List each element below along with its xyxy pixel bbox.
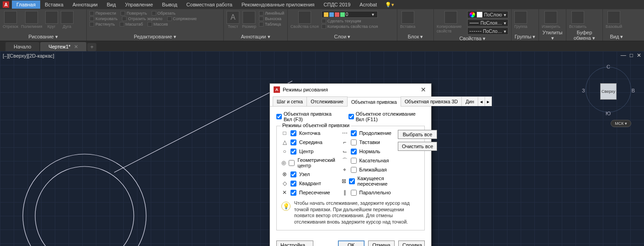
add-tab-button[interactable]: + (87, 43, 96, 51)
tool-Перенести[interactable]: Перенести (90, 11, 116, 16)
svg-line-2 (114, 81, 292, 172)
options-button[interactable]: Настройка... (276, 241, 313, 246)
dialog-tab-4[interactable]: Дин (461, 96, 478, 106)
osnap-glyph-icon: □ (281, 130, 288, 136)
osnap-Пересечение[interactable]: ✕Пересечение (281, 189, 337, 196)
panel-groups-label[interactable]: Группы (514, 33, 536, 41)
menu-вставка[interactable]: Вставка (40, 0, 68, 9)
layer-properties[interactable]: Свойства слоя (290, 11, 319, 29)
osnap-Касательная[interactable]: ⌒Касательная (342, 157, 391, 164)
dialog-tab-2[interactable]: Объектная привязка (347, 97, 401, 107)
menu-acrobat[interactable]: Acrobat (355, 0, 381, 9)
menu-рекомендованные приложения[interactable]: Рекомендованные приложения (237, 0, 319, 9)
osnap-glyph-icon: ◇ (281, 180, 288, 187)
panel-annot-label[interactable]: Аннотации (227, 33, 285, 41)
viewport-window-controls[interactable]: —□✕ (621, 52, 641, 59)
otrack-on-checkbox[interactable]: Объектное отслеживание Вкл (F11) (348, 111, 425, 122)
tool-Полилиния[interactable]: Полилиния (21, 11, 42, 29)
viewcube-south[interactable]: Ю (606, 111, 611, 116)
tab-drawing[interactable]: Чертеж1*✕ (40, 42, 86, 51)
dimension-tool[interactable]: Размер (242, 11, 256, 29)
menu-аннотации[interactable]: Аннотации (68, 0, 102, 9)
panel-draw-label[interactable]: Рисование (3, 33, 84, 41)
osnap-Центр[interactable]: ○Центр (281, 148, 337, 155)
osnap-Нормаль[interactable]: ⌙Нормаль (342, 148, 391, 155)
tool-Обрезать[interactable]: Обрезать (152, 11, 176, 16)
panel-view-label[interactable]: Вид (606, 33, 628, 41)
viewcube-face[interactable]: Сверху (600, 83, 617, 100)
layer-make-current[interactable]: Сделать текущим (322, 19, 378, 23)
group-tool[interactable]: Группа (514, 11, 528, 29)
ok-button[interactable]: OK (338, 241, 364, 246)
tool-Сопряжение[interactable]: Сопряжение (167, 16, 197, 21)
viewcube-west[interactable]: З (582, 88, 585, 93)
dialog-close-button[interactable]: ✕ (419, 86, 428, 93)
osnap-Кажущееся пересечение[interactable]: ⊠Кажущееся пересечение (342, 176, 391, 187)
dialog-tab-1[interactable]: Отслеживание (306, 96, 348, 106)
osnap-Середина[interactable]: △Середина (281, 139, 337, 145)
osnap-Твставки[interactable]: ⌐Твставки (342, 139, 391, 145)
help-button[interactable]: Справка (398, 241, 425, 246)
tool-Масштаб[interactable]: Масштаб (120, 22, 143, 27)
tool-Массив[interactable]: Массив (148, 22, 168, 27)
tool-Таблица[interactable]: Таблица (259, 22, 284, 27)
color-combo[interactable]: ПоСлою▾ (467, 11, 508, 18)
search-bulb-icon[interactable]: 💡▾ (385, 2, 394, 8)
text-tool[interactable]: AТекст (227, 11, 239, 29)
clear-all-button[interactable]: Очистить все (398, 142, 437, 151)
base-view-tool[interactable]: Базовый (606, 11, 622, 29)
panel-block-label[interactable]: Блок (400, 33, 431, 41)
viewcube[interactable]: Сверху С Ю З В (581, 62, 636, 117)
osnap-Квадрант[interactable]: ◇Квадрант (281, 180, 337, 187)
menu-совместная работа[interactable]: Совместная работа (182, 0, 237, 9)
menu-вид[interactable]: Вид (102, 0, 121, 9)
paste-tool[interactable]: Вставить (569, 11, 586, 29)
dialog-tab-scroll[interactable]: ▸ (485, 96, 492, 106)
dialog-tab-3[interactable]: Объектная привязка 3D (401, 96, 462, 106)
measure-tool[interactable]: Измерить (542, 11, 560, 29)
osnap-Ближайшая[interactable]: ⌖Ближайшая (342, 166, 391, 173)
menu-bar: A ГлавнаяВставкаАннотацииВидУправлениеВы… (0, 0, 644, 9)
panel-props-label[interactable]: Свойства (437, 35, 508, 43)
panel-utils-label[interactable]: Утилиты (542, 29, 563, 42)
osnap-Конточка[interactable]: □Конточка (281, 130, 337, 136)
menu-главная[interactable]: Главная (12, 0, 40, 9)
tool-Линейный[interactable]: Линейный (259, 11, 284, 16)
tool-Выноска[interactable]: Выноска (259, 16, 284, 21)
layer-combo[interactable]: 0▾ (322, 11, 378, 18)
linetype-combo[interactable]: ПоСло…▾ (467, 27, 508, 35)
osnap-Параллельно[interactable]: ∥Параллельно (342, 189, 391, 196)
osnap-Продолжение[interactable]: ⋯Продолжение (342, 130, 391, 136)
viewcube-north[interactable]: С (607, 64, 610, 70)
cancel-button[interactable]: Отмена (368, 241, 395, 246)
tool-Повернуть[interactable]: Повернуть (121, 11, 147, 16)
select-all-button[interactable]: Выбрать все (398, 130, 437, 139)
dialog-tab-scroll[interactable]: ◂ (478, 96, 485, 106)
tool-Растянуть[interactable]: Растянуть (90, 22, 115, 27)
block-insert[interactable]: Вставка (400, 11, 415, 29)
close-icon[interactable]: ✕ (74, 44, 78, 50)
viewcube-east[interactable]: В (632, 88, 635, 93)
tool-Копировать[interactable]: Копировать (90, 16, 117, 21)
tool-Отразить зеркало[interactable]: Отразить зеркало (122, 16, 162, 21)
panel-layers-label[interactable]: Слои (290, 33, 394, 41)
osnap-on-checkbox[interactable]: Объектная привязка Вкл (F3) (276, 111, 340, 122)
tool-Дуга[interactable]: Дуга (61, 11, 74, 29)
osnap-Узел[interactable]: ⊗Узел (281, 171, 337, 177)
tab-start[interactable]: Начало (5, 42, 39, 51)
osnap-glyph-icon: ✕ (281, 189, 288, 196)
menu-управление[interactable]: Управление (121, 0, 158, 9)
panel-clip-label[interactable]: Буфер обмена (569, 29, 600, 42)
match-properties[interactable]: Копирование свойств (437, 11, 465, 33)
panel-edit-label[interactable]: Редактирование (90, 33, 221, 41)
ucs-badge[interactable]: МСК ▾ (611, 120, 631, 127)
tool-Отрезок[interactable]: Отрезок (3, 11, 18, 29)
osnap-Геометрический центр[interactable]: ◎Геометрический центр (281, 157, 337, 168)
layer-match[interactable]: Копировать свойства слоя (322, 24, 378, 29)
menu-вывод[interactable]: Вывод (158, 0, 182, 9)
lineweight-combo[interactable]: ПоСлоя…▾ (467, 19, 508, 27)
dialog-tab-0[interactable]: Шаг и сетка (273, 96, 307, 106)
menu-спдс 2019[interactable]: СПДС 2019 (319, 0, 355, 9)
tool-Круг[interactable]: Круг (45, 11, 58, 29)
svg-point-0 (23, 154, 146, 246)
